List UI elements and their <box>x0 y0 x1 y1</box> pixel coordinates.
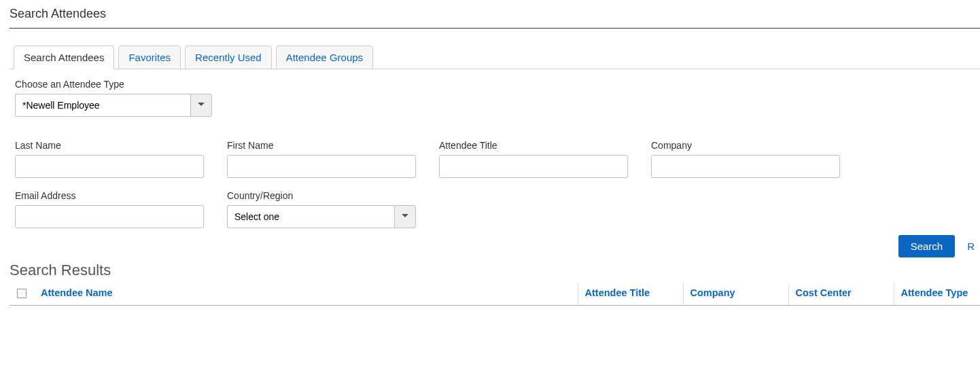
chevron-down-icon <box>401 211 409 222</box>
last-name-label: Last Name <box>15 140 204 151</box>
tab-attendee-groups[interactable]: Attendee Groups <box>276 46 373 69</box>
country-input[interactable] <box>227 205 394 228</box>
tab-recently-used[interactable]: Recently Used <box>185 46 272 69</box>
attendee-type-input[interactable] <box>15 94 190 117</box>
attendee-type-select[interactable] <box>15 94 212 117</box>
email-input[interactable] <box>15 205 204 228</box>
select-all-header[interactable] <box>10 283 34 306</box>
search-form: Choose an Attendee Type Last Name First … <box>10 69 980 257</box>
results-heading: Search Results <box>10 262 980 279</box>
email-label: Email Address <box>15 190 204 201</box>
country-dropdown-button[interactable] <box>394 205 416 228</box>
results-table: Attendee Name Attendee Title Company Cos… <box>10 283 980 306</box>
company-label: Company <box>651 140 840 151</box>
tabs-bar: Search Attendees Favorites Recently Used… <box>10 45 980 69</box>
reset-link[interactable]: R <box>967 240 975 252</box>
col-attendee-type[interactable]: Attendee Type <box>894 283 980 306</box>
page-title: Search Attendees <box>10 7 980 21</box>
first-name-input[interactable] <box>227 155 416 178</box>
divider <box>10 28 980 29</box>
col-attendee-name[interactable]: Attendee Name <box>34 283 578 306</box>
attendee-title-label: Attendee Title <box>439 140 628 151</box>
col-attendee-title[interactable]: Attendee Title <box>578 283 683 306</box>
col-cost-center[interactable]: Cost Center <box>788 283 894 306</box>
chevron-down-icon <box>197 100 205 111</box>
select-all-checkbox[interactable] <box>17 289 27 298</box>
tab-favorites[interactable]: Favorites <box>118 46 181 69</box>
attendee-type-label: Choose an Attendee Type <box>15 79 975 90</box>
company-input[interactable] <box>651 155 840 178</box>
country-select[interactable] <box>227 205 416 228</box>
attendee-type-dropdown-button[interactable] <box>190 94 212 117</box>
attendee-title-input[interactable] <box>439 155 628 178</box>
country-label: Country/Region <box>227 190 416 201</box>
last-name-input[interactable] <box>15 155 204 178</box>
search-button[interactable]: Search <box>898 235 956 257</box>
col-company[interactable]: Company <box>683 283 788 306</box>
tab-search-attendees[interactable]: Search Attendees <box>14 46 114 69</box>
first-name-label: First Name <box>227 140 416 151</box>
